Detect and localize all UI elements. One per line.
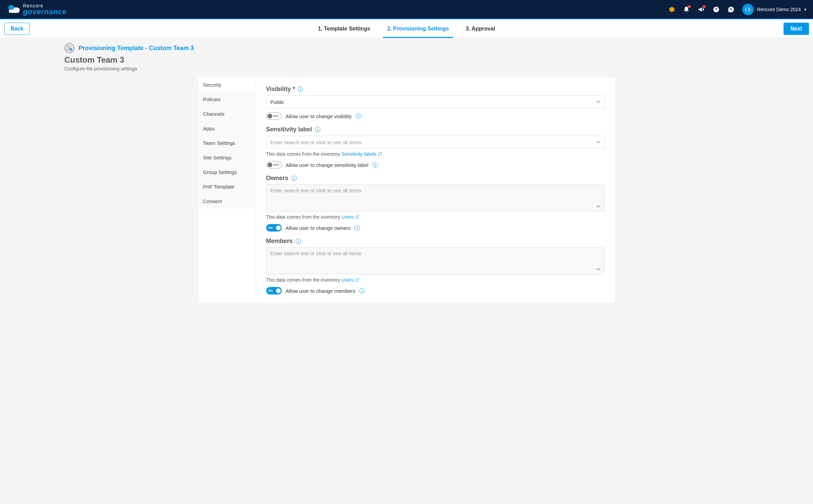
- external-link-icon: [355, 278, 359, 283]
- chevron-down-icon: [596, 140, 600, 144]
- chevron-down-icon: [596, 267, 600, 271]
- step-template-settings[interactable]: 1. Template Settings: [318, 19, 370, 38]
- next-button[interactable]: Next: [784, 23, 809, 35]
- visibility-select[interactable]: Public: [266, 95, 605, 108]
- owners-label: Owners i: [266, 175, 605, 182]
- svg-point-3: [69, 48, 72, 51]
- info-icon[interactable]: i: [296, 239, 301, 244]
- chevron-down-icon: [596, 204, 600, 209]
- breadcrumb: Provisioning Template - Custom Team 3: [79, 45, 194, 52]
- sensitivity-label: Sensitivity label i: [266, 126, 605, 133]
- steps-container: 1. Template Settings 2. Provisioning Set…: [318, 19, 495, 38]
- megaphone-icon[interactable]: [698, 6, 705, 13]
- members-select[interactable]: Enter search text or click to see all it…: [266, 247, 605, 275]
- sensitivity-placeholder: Enter search text or click to see all it…: [271, 139, 361, 145]
- owners-placeholder: Enter search text or click to see all it…: [271, 188, 361, 193]
- top-navigation-bar: Rencore governance LS Rencore Demo 2024 …: [0, 0, 813, 19]
- sensitivity-toggle-label: Allow user to change sensitivity label: [286, 162, 368, 168]
- sensitivity-labels-link[interactable]: Sensitivity labels: [341, 151, 382, 157]
- feedback-icon[interactable]: [727, 6, 735, 13]
- page-title: Custom Team 3: [64, 55, 813, 65]
- gear-icon[interactable]: [668, 6, 675, 13]
- owners-toggle-row: ON Allow user to change owners i: [266, 224, 605, 232]
- logo-area[interactable]: Rencore governance: [7, 3, 67, 16]
- brand-name-bottom: governance: [23, 8, 67, 16]
- sidebar-item-site-settings[interactable]: Site Settings: [198, 150, 256, 165]
- info-icon[interactable]: i: [355, 225, 360, 231]
- bell-icon[interactable]: [683, 6, 690, 13]
- toggle-allow-change-owners[interactable]: ON: [266, 224, 282, 232]
- notification-badge: [688, 5, 691, 8]
- step-bar: Back 1. Template Settings 2. Provisionin…: [0, 19, 813, 38]
- external-link-icon: [355, 215, 359, 220]
- avatar: LS: [742, 4, 754, 15]
- sensitivity-helper: This data comes from the inventory Sensi…: [266, 151, 605, 157]
- back-button[interactable]: Back: [4, 23, 30, 35]
- owners-select[interactable]: Enter search text or click to see all it…: [266, 184, 605, 212]
- topbar-right: LS Rencore Demo 2024 ▾: [668, 4, 806, 15]
- members-toggle-row: ON Allow user to change members i: [266, 287, 605, 294]
- sidebar-item-team-settings[interactable]: Team Settings: [198, 136, 256, 150]
- user-menu[interactable]: LS Rencore Demo 2024 ▾: [742, 4, 806, 15]
- user-label: Rencore Demo 2024: [757, 7, 801, 12]
- sidebar-item-pnp-template[interactable]: PnP Template: [198, 179, 256, 194]
- owners-helper: This data comes from the inventory Users: [266, 214, 605, 220]
- page-subtitle: Configure the provisioning settings: [64, 66, 813, 71]
- sidebar-item-channels[interactable]: Channels: [198, 107, 256, 121]
- info-icon[interactable]: i: [359, 288, 365, 293]
- visibility-value: Public: [271, 99, 284, 105]
- toggle-allow-change-members[interactable]: ON: [266, 287, 282, 294]
- owners-toggle-label: Allow user to change owners: [286, 225, 351, 231]
- sidebar-item-apps[interactable]: Apps: [198, 121, 256, 136]
- sensitivity-select[interactable]: Enter search text or click to see all it…: [266, 136, 605, 149]
- rencore-logo-icon: [7, 4, 20, 15]
- sidebar-item-group-settings[interactable]: Group Settings: [198, 165, 256, 179]
- sidebar-nav: Security Policies Channels Apps Team Set…: [198, 78, 256, 303]
- owners-users-link[interactable]: Users: [341, 214, 359, 220]
- breadcrumb-row: Provisioning Template - Custom Team 3: [64, 43, 813, 53]
- members-users-link[interactable]: Users: [341, 277, 359, 283]
- members-toggle-label: Allow user to change members: [286, 288, 356, 294]
- info-icon[interactable]: i: [372, 162, 378, 168]
- visibility-toggle-row: OFF Allow user to change visibility i: [266, 112, 605, 120]
- page-header: Provisioning Template - Custom Team 3 Cu…: [0, 38, 813, 78]
- visibility-toggle-label: Allow user to change visibility: [286, 113, 352, 119]
- notification-badge: [703, 5, 706, 8]
- sidebar-item-policies[interactable]: Policies: [198, 92, 256, 107]
- toggle-allow-change-visibility[interactable]: OFF: [266, 112, 282, 120]
- info-icon[interactable]: i: [298, 87, 303, 92]
- logo-text: Rencore governance: [23, 3, 67, 16]
- chevron-down-icon: ▾: [804, 7, 806, 12]
- info-icon[interactable]: i: [315, 127, 320, 132]
- sidebar-item-security[interactable]: Security: [198, 78, 256, 92]
- visibility-label: Visibility * i: [266, 86, 605, 93]
- members-placeholder: Enter search text or click to see all it…: [271, 250, 361, 256]
- step-provisioning-settings[interactable]: 2. Provisioning Settings: [387, 19, 449, 38]
- members-helper: This data comes from the inventory Users: [266, 277, 605, 283]
- members-label: Members i: [266, 238, 605, 245]
- template-icon: [64, 43, 74, 53]
- help-icon[interactable]: [712, 6, 720, 13]
- chevron-down-icon: [596, 100, 600, 104]
- info-icon[interactable]: i: [291, 176, 297, 181]
- sensitivity-toggle-row: OFF Allow user to change sensitivity lab…: [266, 161, 605, 169]
- info-icon[interactable]: i: [356, 113, 361, 119]
- form-content: Visibility * i Public OFF Allow user to …: [256, 78, 615, 303]
- toggle-allow-change-sensitivity[interactable]: OFF: [266, 161, 282, 169]
- svg-point-0: [8, 5, 14, 10]
- step-approval[interactable]: 3. Approval: [466, 19, 495, 38]
- main-content: Security Policies Channels Apps Team Set…: [198, 78, 615, 303]
- sidebar-item-consent[interactable]: Consent: [198, 194, 256, 209]
- external-link-icon: [378, 152, 382, 157]
